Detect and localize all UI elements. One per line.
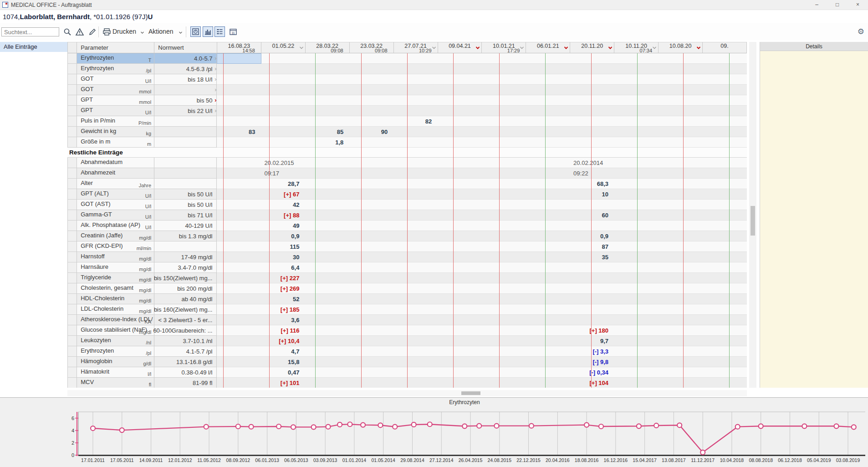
table-row[interactable]: Erythrozyten/pl4.1-5.7 /pl4,7[-] 3,3 [67, 346, 747, 357]
chevron-down-icon[interactable] [140, 31, 144, 35]
value-cell[interactable] [305, 64, 349, 74]
parameter-cell[interactable]: Erythrozyten/pl [77, 346, 154, 357]
parameter-cell[interactable]: Cholesterin, gesamtmg/dl [77, 283, 154, 294]
value-cell[interactable] [349, 116, 393, 127]
value-cell[interactable] [393, 221, 438, 231]
value-cell[interactable] [305, 252, 349, 262]
data-point-marker[interactable] [654, 423, 659, 428]
value-cell[interactable] [526, 189, 570, 200]
value-cell[interactable] [659, 357, 703, 367]
value-cell[interactable] [482, 221, 526, 231]
column-chevron-down-icon[interactable] [475, 46, 480, 50]
value-cell[interactable] [393, 304, 438, 315]
data-point-marker[interactable] [462, 424, 467, 428]
value-cell[interactable] [526, 53, 570, 64]
column-header-date[interactable]: 27.07.2110:29 [394, 42, 438, 53]
value-cell[interactable] [703, 189, 747, 200]
value-cell[interactable] [526, 231, 570, 241]
value-cell[interactable]: [+] 104 [570, 378, 614, 388]
value-cell[interactable]: 0,9 [570, 231, 614, 241]
value-cell[interactable] [614, 168, 659, 179]
value-cell[interactable] [659, 221, 703, 231]
value-cell[interactable] [305, 367, 349, 378]
data-point-marker[interactable] [412, 422, 416, 427]
value-cell[interactable] [305, 95, 349, 106]
table-row[interactable]: Erythrozyten/pl4.5-6.3 /pl› [67, 64, 747, 74]
normwert-cell[interactable]: › [154, 85, 217, 95]
value-cell[interactable] [703, 304, 747, 315]
value-cell[interactable]: [+] 10,4 [261, 336, 305, 346]
value-cell[interactable] [217, 325, 261, 336]
normwert-cell[interactable]: bis 50 U/l [154, 200, 217, 210]
value-cell[interactable] [482, 357, 526, 367]
value-cell[interactable]: 85 [305, 127, 349, 137]
value-cell[interactable]: [+] 180 [570, 325, 614, 336]
value-cell[interactable] [482, 273, 526, 283]
norm-detail-arrow-icon[interactable]: › [214, 55, 216, 62]
value-cell[interactable] [393, 357, 438, 367]
value-cell[interactable] [526, 168, 570, 179]
normwert-cell[interactable]: bis 71 U/l [154, 210, 217, 221]
value-cell[interactable] [349, 262, 393, 273]
value-cell[interactable]: 20.02.2015 [261, 158, 305, 168]
value-cell[interactable] [349, 357, 393, 367]
value-cell[interactable] [438, 168, 482, 179]
value-cell[interactable] [482, 378, 526, 388]
value-cell[interactable] [261, 137, 305, 148]
value-cell[interactable] [393, 378, 438, 388]
value-cell[interactable] [438, 64, 482, 74]
value-cell[interactable] [659, 252, 703, 262]
parameter-cell[interactable]: AlterJahre [77, 179, 154, 189]
parameter-cell[interactable]: ErythrozytenT [77, 53, 154, 64]
value-cell[interactable]: 28,7 [261, 179, 305, 189]
value-cell[interactable] [393, 106, 438, 116]
value-cell[interactable] [438, 252, 482, 262]
value-cell[interactable] [482, 210, 526, 221]
value-cell[interactable] [393, 95, 438, 106]
value-cell[interactable] [217, 315, 261, 325]
data-point-marker[interactable] [529, 424, 534, 428]
value-cell[interactable] [659, 116, 703, 127]
value-cell[interactable] [703, 200, 747, 210]
column-chevron-down-icon[interactable] [652, 46, 657, 50]
table-row[interactable]: ErythrozytenT4.0-5.7› [67, 53, 747, 64]
data-point-marker[interactable] [477, 424, 481, 428]
value-cell[interactable]: 10 [570, 189, 614, 200]
value-cell[interactable] [614, 158, 659, 168]
value-cell[interactable] [482, 74, 526, 85]
value-cell[interactable] [217, 189, 261, 200]
value-cell[interactable] [526, 367, 570, 378]
value-cell[interactable] [614, 325, 659, 336]
value-cell[interactable] [659, 137, 703, 148]
value-cell[interactable] [217, 158, 261, 168]
value-cell[interactable] [703, 158, 747, 168]
value-cell[interactable] [526, 64, 570, 74]
value-cell[interactable] [438, 158, 482, 168]
value-cell[interactable] [703, 367, 747, 378]
parameter-cell[interactable]: Harnsäuremg/dl [77, 262, 154, 273]
value-cell[interactable] [349, 346, 393, 357]
value-cell[interactable]: 20.02.2014 [570, 158, 614, 168]
value-cell[interactable] [438, 304, 482, 315]
value-cell[interactable] [217, 367, 261, 378]
value-cell[interactable] [703, 116, 747, 127]
value-cell[interactable] [217, 357, 261, 367]
value-cell[interactable] [217, 252, 261, 262]
parameter-cell[interactable]: GPT (ALT)U/l [77, 189, 154, 200]
value-cell[interactable] [217, 336, 261, 346]
value-cell[interactable]: [+] 269 [261, 283, 305, 294]
value-cell[interactable] [305, 231, 349, 241]
value-cell[interactable] [482, 325, 526, 336]
value-cell[interactable]: 09:17 [261, 168, 305, 179]
value-cell[interactable] [526, 179, 570, 189]
value-cell[interactable] [305, 346, 349, 357]
value-cell[interactable] [570, 106, 614, 116]
value-cell[interactable] [482, 346, 526, 357]
value-cell[interactable] [393, 168, 438, 179]
value-cell[interactable] [570, 262, 614, 273]
value-cell[interactable]: 115 [261, 241, 305, 252]
value-cell[interactable] [349, 74, 393, 85]
horizontal-scrollbar[interactable] [67, 390, 747, 396]
value-cell[interactable] [217, 294, 261, 304]
value-cell[interactable] [482, 179, 526, 189]
